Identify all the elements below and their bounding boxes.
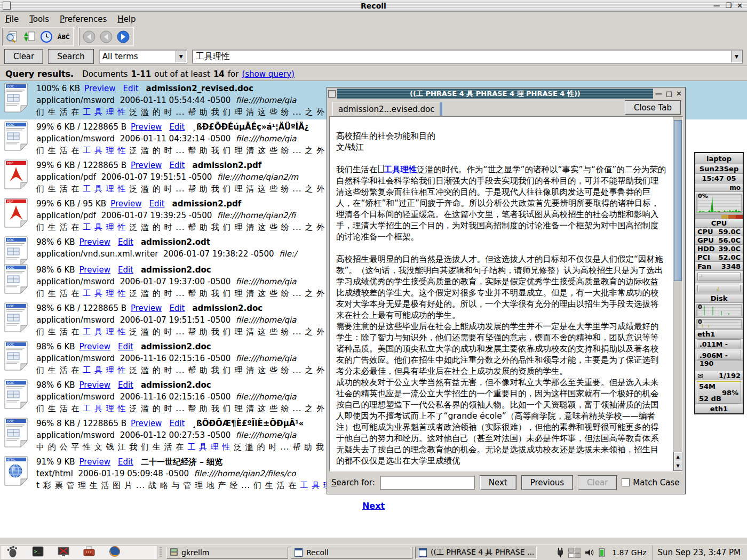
taskbar-button-recoll[interactable]: Recoll bbox=[291, 547, 412, 559]
taskbar-button-label: Recoll bbox=[306, 548, 329, 557]
cpufreq-icon[interactable] bbox=[598, 547, 606, 558]
taskbar-button-label: gkrellm bbox=[181, 548, 209, 557]
launcher-panel: >_ bbox=[0, 546, 158, 559]
preview-previous-button[interactable]: Previous bbox=[521, 475, 573, 490]
close-button[interactable]: ✕ bbox=[737, 2, 743, 10]
result-text: 98% 6 KBPreviewEditadmission2.odtapplica… bbox=[36, 236, 297, 262]
sort-parameters-icon[interactable] bbox=[21, 29, 37, 45]
gk-date: Sun23Sep bbox=[695, 164, 743, 174]
close-tab-button[interactable]: Close Tab bbox=[625, 100, 681, 115]
prev-page-icon[interactable] bbox=[98, 29, 114, 45]
pdf-file-icon: PDF bbox=[4, 159, 36, 196]
gk-temp-row: PCI52.0C bbox=[695, 253, 743, 262]
preview-close-button[interactable]: ✕ bbox=[676, 90, 682, 98]
launcher-gnome-menu-icon[interactable] bbox=[6, 545, 19, 560]
window-icon bbox=[419, 548, 427, 557]
taskbar-button--phrase-4-phrase-[interactable]: ((工 PHRASE 4 具 PHRASE ... bbox=[415, 547, 537, 559]
svg-text:DOC: DOC bbox=[7, 238, 14, 242]
gk-hostname: laptop bbox=[695, 153, 743, 164]
preview-next-button[interactable]: Next bbox=[480, 475, 516, 490]
preview-link[interactable]: Preview bbox=[131, 161, 162, 170]
edit-link[interactable]: Edit bbox=[118, 380, 133, 390]
preview-clear-button[interactable]: Clear bbox=[578, 475, 617, 490]
workspace-pager[interactable] bbox=[568, 548, 581, 558]
clear-button[interactable]: Clear bbox=[4, 49, 43, 64]
toolbar-group-nav bbox=[78, 27, 134, 46]
preview-text[interactable]: 高校招生的社会功能和目的文/钱江我们生活在工具理性泛滥的时代。作为“世之显学”的… bbox=[330, 117, 673, 471]
preview-link[interactable]: Preview bbox=[84, 84, 115, 93]
preview-content: 高校招生的社会功能和目的文/钱江我们生活在工具理性泛滥的时代。作为“世之显学”的… bbox=[329, 116, 683, 471]
first-page-icon[interactable] bbox=[81, 29, 97, 45]
preview-link[interactable]: Preview bbox=[131, 122, 162, 132]
preview-search-input[interactable] bbox=[380, 476, 475, 490]
preview-link[interactable]: Preview bbox=[80, 342, 110, 351]
edit-link[interactable]: Edit bbox=[118, 237, 133, 247]
scrollbar-thumb[interactable] bbox=[674, 120, 682, 281]
taskbar-button-gkrellm[interactable]: gkrellm bbox=[166, 547, 288, 559]
edit-link[interactable]: Edit bbox=[169, 161, 185, 170]
edit-link[interactable]: Edit bbox=[149, 199, 165, 209]
chevron-down-icon[interactable]: ▼ bbox=[176, 51, 186, 62]
preview-link[interactable]: Preview bbox=[131, 419, 162, 428]
result-meta: application/msword 2006-01-11 05:54:44 -… bbox=[36, 94, 337, 106]
launcher-terminal-icon[interactable]: >_ bbox=[31, 545, 44, 560]
svg-text:DOC: DOC bbox=[7, 304, 14, 308]
preview-tab[interactable]: admission2...evised.doc bbox=[332, 102, 440, 116]
advanced-search-icon[interactable] bbox=[4, 29, 20, 45]
documents-label: Documents bbox=[82, 69, 128, 79]
search-input[interactable] bbox=[193, 50, 730, 63]
edit-link[interactable]: Edit bbox=[169, 419, 185, 428]
minimize-button[interactable]: — bbox=[713, 2, 720, 10]
search-mode-select[interactable]: All terms ▼ bbox=[99, 50, 187, 63]
power-plug-icon[interactable] bbox=[556, 547, 565, 558]
menubar: FileToolsPreferencesHelp bbox=[0, 12, 747, 26]
result-text: 96% 8 KB / 1228865 BPreviewEdit¸ßÕÐÖÆ¶È£… bbox=[36, 418, 336, 454]
svg-text:DOC: DOC bbox=[7, 123, 14, 126]
preview-minimize-button[interactable]: — bbox=[655, 90, 662, 98]
next-page-link[interactable]: Next bbox=[362, 501, 385, 511]
result-snippet: 们 生 活 在 工 具 理 性 泛 滥 的 时 ... 帮 助 我 们 理 清 … bbox=[36, 183, 337, 195]
doc-total: 14 bbox=[213, 69, 225, 79]
taskbar-clock[interactable]: Sun Sep 23, 3:47 PM bbox=[652, 545, 747, 560]
launcher-screen-lock-icon[interactable] bbox=[57, 545, 70, 560]
preview-link[interactable]: Preview bbox=[80, 265, 110, 275]
show-query-link[interactable]: (show query) bbox=[242, 69, 295, 79]
restore-button[interactable]: ❐ bbox=[725, 2, 732, 10]
preview-link[interactable]: Preview bbox=[131, 303, 162, 313]
preview-scrollbar[interactable]: ▲ ▼ bbox=[673, 117, 682, 471]
result-relevance: 99% 6 KB / 95 KB bbox=[36, 199, 106, 209]
term-explorer-icon[interactable]: ÅBĈ bbox=[55, 29, 71, 45]
recoll-titlebar[interactable]: Recoll — ❐ ✕ bbox=[0, 0, 747, 12]
result-title: admission2.doc bbox=[141, 342, 211, 351]
gk-eth-label: eth1 bbox=[695, 330, 743, 339]
preview-window-menu-icon[interactable] bbox=[328, 90, 336, 98]
edit-link[interactable]: Edit bbox=[118, 265, 133, 275]
search-button[interactable]: Search bbox=[48, 49, 94, 64]
preview-link[interactable]: Preview bbox=[80, 237, 110, 247]
preview-maximize-button[interactable]: □ bbox=[666, 90, 672, 98]
menu-help[interactable]: Help bbox=[117, 14, 136, 24]
menu-tools[interactable]: Tools bbox=[29, 14, 49, 24]
edit-link[interactable]: Edit bbox=[169, 122, 185, 132]
preview-link[interactable]: Preview bbox=[80, 380, 110, 390]
preview-link[interactable]: Preview bbox=[110, 199, 141, 209]
edit-link[interactable]: Edit bbox=[123, 84, 138, 93]
edit-link[interactable]: Edit bbox=[118, 457, 133, 467]
search-history-chevron-icon[interactable]: ▼ bbox=[731, 51, 742, 62]
menu-preferences[interactable]: Preferences bbox=[60, 14, 107, 24]
preview-titlebar[interactable]: ((工 PHRASE 4 具 PHRASE 4 理 PHRASE 4 性)) —… bbox=[328, 89, 684, 99]
menu-file[interactable]: File bbox=[5, 14, 19, 24]
panel-handle[interactable] bbox=[160, 547, 162, 558]
edit-link[interactable]: Edit bbox=[169, 303, 185, 313]
preview-link[interactable]: Preview bbox=[80, 457, 110, 467]
next-page-icon[interactable] bbox=[115, 29, 131, 45]
scroll-down-icon[interactable]: ▼ bbox=[673, 461, 682, 471]
match-case-checkbox[interactable]: Match Case bbox=[622, 478, 679, 487]
result-title: admission2.doc bbox=[192, 303, 263, 313]
checkbox-icon[interactable] bbox=[622, 478, 630, 486]
launcher-typewriter-icon[interactable] bbox=[83, 545, 96, 560]
edit-link[interactable]: Edit bbox=[118, 342, 133, 351]
document-history-icon[interactable] bbox=[38, 29, 54, 45]
volume-icon[interactable] bbox=[584, 548, 594, 557]
launcher-firefox-icon[interactable] bbox=[108, 545, 121, 560]
